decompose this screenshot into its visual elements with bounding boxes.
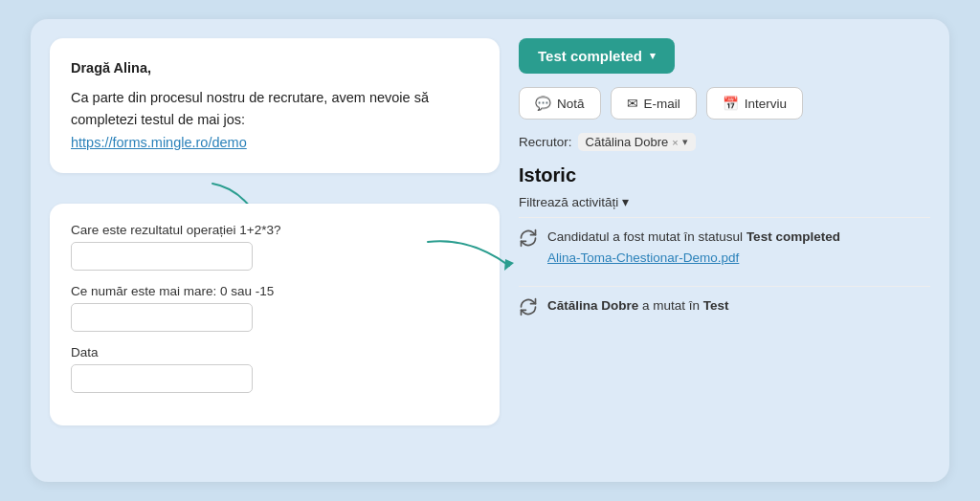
status-button[interactable]: Test completed ▾ [519, 38, 675, 74]
email-button[interactable]: ✉ E-mail [611, 87, 697, 120]
recruiter-remove-icon[interactable]: × [672, 137, 678, 148]
interviu-label: Interviu [745, 97, 787, 111]
form-input-1[interactable] [71, 242, 253, 271]
activity-1-prefix: Candidatul a fost mutat în statusul [547, 229, 746, 244]
form-question-1: Care este rezultatul operației 1+2*3? [71, 223, 479, 271]
email-label: E-mail [644, 97, 680, 111]
arrow-decoration-2 [423, 232, 519, 280]
historic-title: Istoric [519, 164, 930, 186]
greeting-salutation: Dragă Alina, [71, 57, 479, 79]
activity-item-1: Candidatul a fost mutat în statusul Test… [519, 217, 930, 278]
activity-1-bold: Test completed [746, 229, 840, 244]
filter-label: Filtrează activități [519, 195, 618, 209]
activity-text-1: Candidatul a fost mutat în statusul Test… [547, 228, 840, 269]
activity-icon-1 [519, 229, 538, 255]
email-icon: ✉ [627, 96, 638, 111]
status-chevron-icon: ▾ [650, 50, 656, 62]
activity-1-link[interactable]: Alina-Toma-Chestionar-Demo.pdf [547, 249, 840, 268]
svg-marker-1 [504, 259, 514, 271]
interviu-button[interactable]: 📅 Interviu [706, 87, 803, 120]
main-container: Dragă Alina, Ca parte din procesul nostr… [31, 19, 949, 482]
form-question-3-label: Data [71, 345, 479, 359]
form-question-1-label: Care este rezultatul operației 1+2*3? [71, 223, 479, 237]
filter-arrow-icon: ▾ [622, 194, 629, 209]
left-panel: Dragă Alina, Ca parte din procesul nostr… [50, 38, 500, 463]
right-panel: Test completed ▾ 💬 Notă ✉ E-mail 📅 Inter… [519, 38, 930, 463]
activity-item-2: Cătălina Dobre a mutat în Test [519, 286, 930, 334]
historic-section: Istoric Filtrează activități ▾ Candidatu… [519, 164, 930, 334]
activity-2-middle: a mutat în [638, 298, 703, 313]
calendar-icon: 📅 [723, 96, 739, 111]
form-question-2-label: Ce număr este mai mare: 0 sau -15 [71, 284, 479, 298]
activity-2-bold1: Cătălina Dobre [547, 298, 638, 313]
activity-text-2: Cătălina Dobre a mutat în Test [547, 296, 729, 316]
recruiter-row: Recrutor: Cătălina Dobre × ▾ [519, 133, 930, 151]
nota-icon: 💬 [535, 96, 551, 111]
form-input-2[interactable] [71, 303, 253, 332]
action-buttons-row: 💬 Notă ✉ E-mail 📅 Interviu [519, 87, 930, 120]
form-question-3: Data [71, 345, 479, 393]
recruiter-dropdown-icon[interactable]: ▾ [682, 136, 688, 148]
nota-button[interactable]: 💬 Notă [519, 87, 601, 120]
form-question-2: Ce număr este mai mare: 0 sau -15 [71, 284, 479, 332]
activity-icon-2 [519, 297, 538, 324]
recruiter-prefix: Recrutor: [519, 135, 572, 149]
form-link[interactable]: https://forms.mingle.ro/demo [71, 135, 247, 150]
status-button-label: Test completed [538, 48, 642, 64]
activity-2-bold2: Test [703, 298, 729, 313]
filter-row[interactable]: Filtrează activități ▾ [519, 194, 930, 209]
form-card-wrapper: Care este rezultatul operației 1+2*3? Ce… [50, 204, 500, 425]
recruiter-name: Cătălina Dobre [586, 135, 669, 149]
greeting-card: Dragă Alina, Ca parte din procesul nostr… [50, 38, 500, 173]
recruiter-tag: Cătălina Dobre × ▾ [578, 133, 696, 151]
greeting-body: Ca parte din procesul nostru de recrutar… [71, 87, 479, 154]
form-input-3[interactable] [71, 364, 253, 393]
nota-label: Notă [557, 97, 585, 111]
